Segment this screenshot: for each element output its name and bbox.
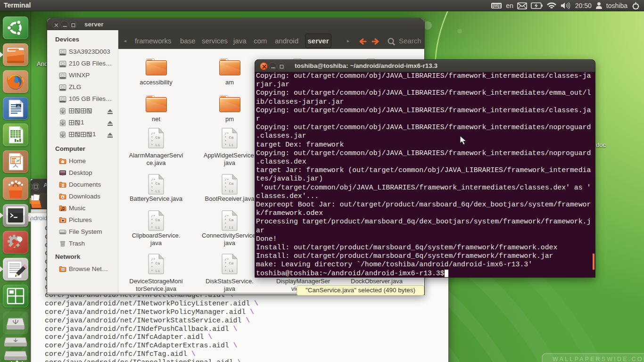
svg-text:* Li: * Li [151, 189, 160, 193]
svg-text:* Li: * Li [224, 225, 233, 230]
svg-text:* Li: * Li [151, 269, 160, 273]
svg-text:* Li: * Li [151, 143, 160, 147]
svg-text:* Li: * Li [224, 269, 233, 273]
svg-text:* Li: * Li [151, 225, 160, 230]
svg-text:WALLPAPERSWIDE.COM: WALLPAPERSWIDE.COM [553, 356, 644, 362]
svg-text:* Li: * Li [224, 143, 233, 147]
svg-text:* Li: * Li [224, 189, 233, 193]
